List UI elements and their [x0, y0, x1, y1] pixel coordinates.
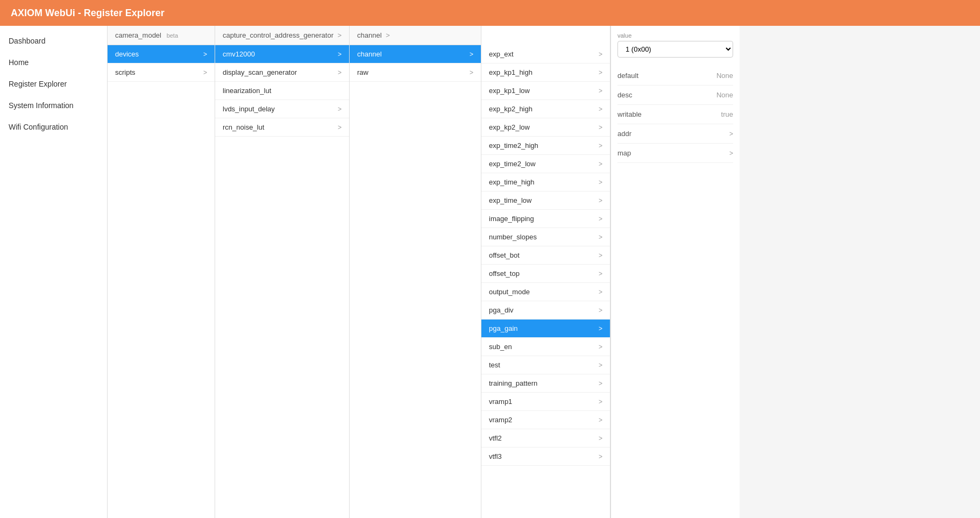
col4-item-offset-top[interactable]: offset_top> — [481, 265, 610, 283]
properties-panel: value 1 (0x00) defaultNonedescNonewritab… — [610, 26, 740, 518]
chevron-right-icon: > — [599, 142, 602, 150]
chevron-right-icon: > — [599, 69, 602, 76]
column-level3: channel > channel > raw > — [350, 26, 481, 518]
col1-item-scripts[interactable]: scripts > — [108, 63, 215, 82]
chevron-right-icon: > — [338, 69, 342, 76]
col4-item-exp-kp2-high[interactable]: exp_kp2_high> — [481, 100, 610, 118]
col2-item-lvds-input-delay[interactable]: lvds_input_delay > — [215, 100, 349, 118]
col4-item-exp-time-low[interactable]: exp_time_low> — [481, 191, 610, 210]
column-level2: capture_control_address_generator > cmv1… — [215, 26, 350, 518]
chevron-right-icon: > — [599, 87, 602, 95]
chevron-right-icon: > — [599, 398, 602, 406]
column-header-level3: channel > — [350, 26, 481, 45]
col4-item-output-mode[interactable]: output_mode> — [481, 283, 610, 301]
chevron-right-icon: > — [338, 124, 342, 131]
chevron-right-icon: > — [599, 270, 602, 278]
chevron-right-icon: > — [599, 105, 602, 113]
col4-item-exp-time-high[interactable]: exp_time_high> — [481, 173, 610, 191]
sidebar: Dashboard Home Register Explorer System … — [0, 26, 108, 518]
chevron-right-icon: > — [470, 69, 473, 76]
col4-item-exp-kp1-high[interactable]: exp_kp1_high> — [481, 63, 610, 82]
col2-item-linearization-lut[interactable]: linearization_lut — [215, 82, 349, 100]
col3-item-raw[interactable]: raw > — [350, 63, 481, 82]
value-label: value — [617, 32, 733, 39]
col4-item-pga-gain[interactable]: pga_gain> — [481, 320, 610, 338]
chevron-right-icon: > — [599, 325, 602, 332]
sidebar-item-wifi-configuration[interactable]: Wifi Configuration — [0, 116, 107, 138]
chevron-right-icon: > — [599, 197, 602, 204]
sidebar-item-home[interactable]: Home — [0, 52, 107, 73]
col4-item-exp-time2-low[interactable]: exp_time2_low> — [481, 155, 610, 173]
prop-row-addr[interactable]: addr > — [617, 124, 733, 144]
col4-item-exp-kp1-low[interactable]: exp_kp1_low> — [481, 82, 610, 100]
sidebar-item-system-information[interactable]: System Information — [0, 95, 107, 116]
chevron-right-icon: > — [470, 51, 473, 58]
prop-row-desc: descNone — [617, 86, 733, 105]
col1-item-devices[interactable]: devices > — [108, 45, 215, 63]
col2-item-cmv12000[interactable]: cmv12000 > — [215, 45, 349, 63]
col4-item-exp-ext[interactable]: exp_ext> — [481, 45, 610, 63]
col4-item-image-flipping[interactable]: image_flipping> — [481, 210, 610, 228]
col2-item-rcn-noise-lut[interactable]: rcn_noise_lut > — [215, 118, 349, 137]
col4-item-exp-kp2-low[interactable]: exp_kp2_low> — [481, 118, 610, 137]
column-level4: exp_ext>exp_kp1_high>exp_kp1_low>exp_kp2… — [481, 26, 610, 518]
chevron-right-icon: > — [599, 435, 602, 442]
sidebar-item-dashboard[interactable]: Dashboard — [0, 30, 107, 52]
col4-item-number-slopes[interactable]: number_slopes> — [481, 228, 610, 246]
prop-row-map[interactable]: map > — [617, 144, 733, 163]
content-area: camera_model beta devices > scripts > ca… — [108, 26, 980, 518]
col4-item-vtfl3[interactable]: vtfl3> — [481, 448, 610, 466]
chevron-right-icon: > — [338, 51, 342, 58]
value-select[interactable]: 1 (0x00) — [617, 41, 733, 58]
chevron-right-icon: > — [203, 69, 207, 76]
chevron-right-icon: > — [729, 130, 733, 138]
chevron-right-icon: > — [599, 215, 602, 223]
app-title: AXIOM WebUi - Register Explorer — [11, 8, 165, 19]
chevron-right-icon: > — [599, 124, 602, 131]
chevron-right-icon: > — [599, 453, 602, 460]
chevron-right-icon: > — [599, 252, 602, 259]
chevron-right-icon: > — [599, 288, 602, 296]
chevron-right-icon: > — [599, 51, 602, 58]
chevron-right-icon: > — [729, 150, 733, 157]
col4-item-training-pattern[interactable]: training_pattern> — [481, 374, 610, 393]
col4-item-pga-div[interactable]: pga_div> — [481, 301, 610, 320]
col4-item-sub-en[interactable]: sub_en> — [481, 338, 610, 356]
app-header: AXIOM WebUi - Register Explorer — [0, 0, 980, 26]
col4-item-vramp2[interactable]: vramp2> — [481, 411, 610, 429]
chevron-right-icon: > — [599, 343, 602, 351]
chevron-right-icon: > — [599, 380, 602, 387]
col2-item-display-scan-generator[interactable]: display_scan_generator > — [215, 63, 349, 82]
chevron-right-icon: > — [599, 307, 602, 314]
prop-row-default: defaultNone — [617, 66, 733, 86]
col4-item-exp-time2-high[interactable]: exp_time2_high> — [481, 137, 610, 155]
chevron-right-icon: > — [599, 233, 602, 241]
col3-item-channel[interactable]: channel > — [350, 45, 481, 63]
col4-item-offset-bot[interactable]: offset_bot> — [481, 246, 610, 265]
chevron-right-icon: > — [203, 51, 207, 58]
prop-row-writable: writabletrue — [617, 105, 733, 124]
col4-item-test[interactable]: test> — [481, 356, 610, 374]
col4-item-vramp1[interactable]: vramp1> — [481, 393, 610, 411]
chevron-right-icon: > — [599, 160, 602, 168]
beta-badge: beta — [167, 32, 178, 39]
column-header-level1: camera_model beta — [108, 26, 215, 45]
column-header-level2: capture_control_address_generator > — [215, 26, 349, 45]
chevron-right-icon: > — [599, 179, 602, 186]
chevron-right-icon: > — [338, 105, 342, 113]
column-level1: camera_model beta devices > scripts > — [108, 26, 215, 518]
chevron-right-icon: > — [599, 361, 602, 369]
col4-item-vtfl2[interactable]: vtfl2> — [481, 429, 610, 448]
sidebar-item-register-explorer[interactable]: Register Explorer — [0, 73, 107, 95]
value-section: value 1 (0x00) — [617, 32, 733, 58]
chevron-right-icon: > — [599, 416, 602, 424]
